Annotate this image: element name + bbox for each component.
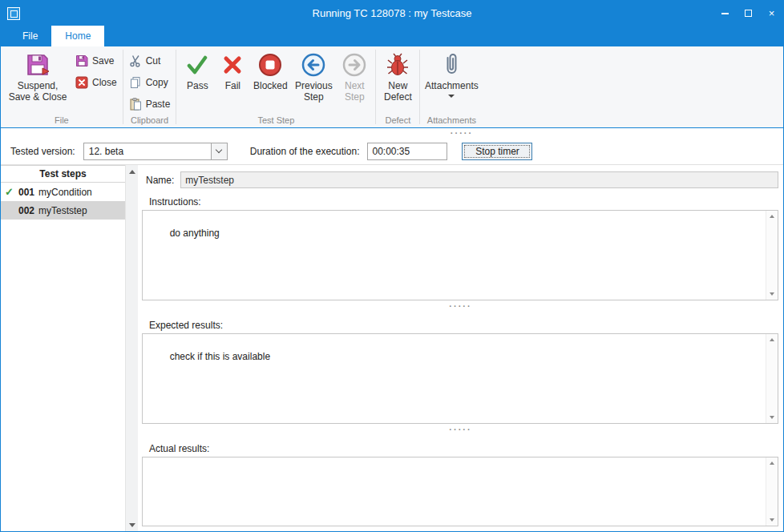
next-step-button[interactable]: Next Step bbox=[336, 48, 373, 115]
splitter-dots: ····· bbox=[449, 304, 471, 308]
instructions-label: Instructions: bbox=[149, 196, 783, 208]
copy-button[interactable]: Copy bbox=[126, 75, 174, 90]
close-ribbon-button[interactable]: Close bbox=[72, 75, 120, 90]
app-icon[interactable] bbox=[7, 7, 20, 20]
test-steps-panel: Test steps ✓ 001 myCondition 002 myTests… bbox=[1, 165, 138, 531]
copy-label: Copy bbox=[146, 77, 168, 88]
actual-results-textbox[interactable] bbox=[142, 457, 778, 526]
suspend-save-close-label: Suspend, Save & Close bbox=[6, 80, 70, 103]
paste-button[interactable]: Paste bbox=[126, 97, 174, 111]
fail-label: Fail bbox=[225, 80, 240, 91]
cut-button[interactable]: Cut bbox=[126, 54, 174, 68]
tab-file[interactable]: File bbox=[9, 26, 51, 46]
new-defect-button[interactable]: New Defect bbox=[378, 48, 417, 115]
triangle-up-icon bbox=[770, 215, 774, 218]
test-steps-scrollbar[interactable] bbox=[125, 165, 138, 531]
save-icon bbox=[75, 54, 88, 67]
triangle-down-icon bbox=[129, 523, 135, 527]
scroll-up-button[interactable] bbox=[766, 211, 778, 222]
splitter-handle[interactable]: ····· bbox=[138, 300, 783, 312]
step-number: 001 bbox=[18, 187, 34, 198]
step-name: myTeststep bbox=[38, 205, 87, 216]
pass-check-icon bbox=[184, 52, 210, 78]
splitter-dots: ····· bbox=[449, 427, 471, 432]
content-area: Test steps ✓ 001 myCondition 002 myTests… bbox=[1, 165, 783, 531]
close-red-icon bbox=[75, 76, 88, 89]
blocked-button[interactable]: Blocked bbox=[249, 48, 291, 115]
tested-version-value: 12. beta bbox=[84, 146, 211, 157]
chevron-down-icon bbox=[216, 147, 222, 153]
triangle-up-icon bbox=[129, 170, 135, 174]
window-controls: × bbox=[713, 3, 783, 23]
triangle-down-icon bbox=[770, 292, 774, 296]
attachments-button[interactable]: Attachments bbox=[422, 48, 480, 115]
tested-version-label: Tested version: bbox=[10, 146, 75, 157]
app-window: Running TC 128078 : my Testcase × File H… bbox=[0, 0, 784, 532]
copy-icon bbox=[129, 76, 142, 89]
scroll-down-button[interactable] bbox=[766, 288, 778, 300]
next-step-label: Next Step bbox=[338, 80, 370, 103]
blocked-label: Blocked bbox=[253, 80, 288, 91]
minimize-icon bbox=[721, 13, 729, 14]
actual-results-scrollbar[interactable] bbox=[766, 457, 778, 526]
scroll-up-button[interactable] bbox=[766, 334, 778, 345]
instructions-text: do anything bbox=[170, 228, 220, 239]
suspend-save-icon bbox=[25, 52, 51, 78]
previous-step-button[interactable]: Previous Step bbox=[291, 48, 336, 115]
test-steps-header: Test steps bbox=[1, 165, 125, 183]
pass-button[interactable]: Pass bbox=[179, 48, 216, 115]
stop-timer-button[interactable]: Stop timer bbox=[462, 143, 532, 160]
ribbon-group-attachments: Attachments Attachments bbox=[420, 46, 483, 127]
test-steps-list: Test steps ✓ 001 myCondition 002 myTests… bbox=[1, 165, 125, 531]
ribbon-gripper-strip: ····· bbox=[1, 128, 783, 138]
instructions-textbox[interactable]: do anything bbox=[142, 210, 778, 300]
close-button[interactable]: × bbox=[760, 3, 783, 23]
suspend-save-close-button[interactable]: Suspend, Save & Close bbox=[3, 48, 72, 115]
fail-x-icon bbox=[220, 52, 245, 78]
triangle-up-icon bbox=[770, 461, 774, 465]
step-name: myCondition bbox=[38, 187, 92, 198]
tested-version-combobox[interactable]: 12. beta bbox=[83, 143, 228, 160]
minimize-button[interactable] bbox=[713, 3, 737, 23]
paste-label: Paste bbox=[146, 99, 171, 110]
test-step-row-001[interactable]: ✓ 001 myCondition bbox=[1, 183, 125, 201]
new-defect-label: New Defect bbox=[381, 80, 414, 103]
expected-results-textbox[interactable]: check if this is available bbox=[142, 333, 778, 424]
previous-step-label: Previous Step bbox=[293, 80, 333, 103]
scroll-down-button[interactable] bbox=[766, 412, 778, 423]
attachments-dropdown-icon[interactable] bbox=[448, 95, 455, 98]
ribbon-group-test-step: Pass Fail Blocked bbox=[176, 46, 375, 127]
pass-label: Pass bbox=[187, 80, 208, 91]
save-button[interactable]: Save bbox=[72, 54, 120, 68]
scroll-up-button[interactable] bbox=[766, 457, 778, 469]
name-row: Name: bbox=[146, 171, 778, 188]
expected-results-label: Expected results: bbox=[149, 320, 783, 331]
name-field[interactable] bbox=[180, 171, 778, 188]
instructions-scrollbar[interactable] bbox=[766, 211, 778, 300]
scroll-up-button[interactable] bbox=[126, 165, 138, 178]
expected-results-scrollbar[interactable] bbox=[766, 334, 778, 423]
fail-button[interactable]: Fail bbox=[216, 48, 249, 115]
execution-bar: Tested version: 12. beta Duration of the… bbox=[1, 138, 783, 165]
triangle-down-icon bbox=[770, 416, 774, 419]
bug-icon bbox=[385, 52, 410, 78]
scroll-down-button[interactable] bbox=[126, 518, 138, 531]
ribbon-gripper-dots[interactable]: ····· bbox=[451, 131, 473, 135]
expected-results-text: check if this is available bbox=[170, 351, 270, 362]
window-title: Running TC 128078 : my Testcase bbox=[1, 7, 783, 19]
splitter-handle[interactable]: ····· bbox=[138, 424, 783, 435]
step-passed-check-icon: ✓ bbox=[5, 186, 18, 198]
duration-input[interactable] bbox=[367, 143, 447, 160]
triangle-up-icon bbox=[770, 338, 774, 341]
tab-home[interactable]: Home bbox=[51, 26, 104, 46]
step-number: 002 bbox=[18, 205, 34, 216]
file-group-small-buttons: Save Close bbox=[72, 48, 120, 115]
name-label: Name: bbox=[146, 175, 174, 186]
maximize-button[interactable] bbox=[737, 3, 760, 23]
scissors-icon bbox=[129, 54, 142, 67]
next-arrow-icon bbox=[341, 52, 367, 78]
tested-version-dropdown-button[interactable] bbox=[211, 143, 227, 159]
scroll-down-button[interactable] bbox=[766, 514, 778, 526]
ribbon-group-file: Suspend, Save & Close Save Close bbox=[1, 46, 123, 127]
test-step-row-002[interactable]: 002 myTeststep bbox=[1, 201, 125, 220]
